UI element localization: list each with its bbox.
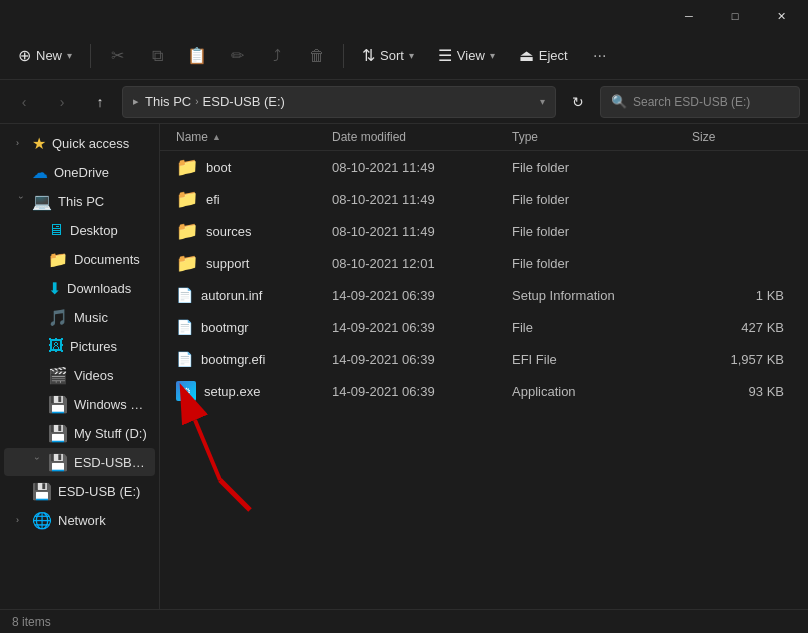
cut-button[interactable]: ✂ (99, 38, 135, 74)
file-date: 14-09-2021 06:39 (332, 352, 512, 367)
close-button[interactable]: ✕ (758, 0, 804, 32)
view-button[interactable]: ☰ View ▾ (428, 41, 505, 70)
share-button[interactable]: ⤴ (259, 38, 295, 74)
sidebar-item-this-pc[interactable]: › 💻 This PC (4, 187, 155, 215)
new-chevron-icon: ▾ (67, 50, 72, 61)
folder-icon: 📁 (176, 188, 198, 210)
sort-button[interactable]: ⇅ Sort ▾ (352, 41, 424, 70)
sidebar-item-desktop[interactable]: 🖥 Desktop (4, 216, 155, 244)
table-row[interactable]: 📁 sources 08-10-2021 11:49 File folder (160, 215, 808, 247)
table-row[interactable]: ⚙ setup.exe 14-09-2021 06:39 Application… (160, 375, 808, 407)
table-row[interactable]: 📁 support 08-10-2021 12:01 File folder (160, 247, 808, 279)
more-button[interactable]: ··· (582, 38, 618, 74)
maximize-button[interactable]: □ (712, 0, 758, 32)
copy-button[interactable]: ⧉ (139, 38, 175, 74)
minimize-button[interactable]: ─ (666, 0, 712, 32)
sidebar-item-network[interactable]: › 🌐 Network (4, 506, 155, 534)
table-row[interactable]: 📄 autorun.inf 14-09-2021 06:39 Setup Inf… (160, 279, 808, 311)
sidebar-item-quick-access[interactable]: › ★ Quick access (4, 129, 155, 157)
eject-button[interactable]: ⏏ Eject (509, 41, 578, 70)
network-icon: 🌐 (32, 511, 52, 530)
file-date: 14-09-2021 06:39 (332, 320, 512, 335)
view-chevron-icon: ▾ (490, 50, 495, 61)
file-name: sources (206, 224, 252, 239)
forward-button[interactable]: › (46, 86, 78, 118)
exe-icon: ⚙ (176, 381, 196, 401)
col-size-header[interactable]: Size (692, 130, 792, 144)
table-row[interactable]: 📄 bootmgr.efi 14-09-2021 06:39 EFI File … (160, 343, 808, 375)
search-placeholder: Search ESD-USB (E:) (633, 95, 750, 109)
sidebar-item-videos[interactable]: 🎬 Videos (4, 361, 155, 389)
sidebar-item-mystuff-d[interactable]: 💾 My Stuff (D:) (4, 419, 155, 447)
col-name-header[interactable]: Name ▲ (176, 130, 332, 144)
sidebar-item-esdusbE1[interactable]: › 💾 ESD-USB (E:) (4, 448, 155, 476)
this-pc-label: This PC (58, 194, 104, 209)
refresh-button[interactable]: ↻ (562, 86, 594, 118)
file-date: 08-10-2021 12:01 (332, 256, 512, 271)
usb-drive-e2-icon: 💾 (32, 482, 52, 501)
up-button[interactable]: ↑ (84, 86, 116, 118)
sidebar-item-music[interactable]: 🎵 Music (4, 303, 155, 331)
back-button[interactable]: ‹ (8, 86, 40, 118)
paste-button[interactable]: 📋 (179, 38, 215, 74)
sidebar-item-pictures[interactable]: 🖼 Pictures (4, 332, 155, 360)
file-name: efi (206, 192, 220, 207)
col-date-header[interactable]: Date modified (332, 130, 512, 144)
path-parts: This PC › ESD-USB (E:) (145, 94, 534, 109)
inf-icon: 📄 (176, 287, 193, 303)
crumb-separator: › (195, 96, 198, 107)
pictures-icon: 🖼 (48, 337, 64, 355)
separator-2 (343, 44, 344, 68)
documents-label: Documents (74, 252, 140, 267)
sidebar-item-documents[interactable]: 📁 Documents (4, 245, 155, 273)
sort-chevron-icon: ▾ (409, 50, 414, 61)
sidebar-item-esdusbE2[interactable]: 💾 ESD-USB (E:) (4, 477, 155, 505)
file-name: autorun.inf (201, 288, 262, 303)
col-type-header[interactable]: Type (512, 130, 692, 144)
this-pc-crumb[interactable]: This PC (145, 94, 191, 109)
file-name-cell: ⚙ setup.exe (176, 381, 332, 401)
title-bar: ─ □ ✕ (0, 0, 808, 32)
file-list-header: Name ▲ Date modified Type Size (160, 124, 808, 151)
mystuff-d-label: My Stuff (D:) (74, 426, 147, 441)
sidebar-item-windows-c[interactable]: 💾 Windows (C:) (4, 390, 155, 418)
network-expand-icon: › (16, 515, 26, 525)
separator-1 (90, 44, 91, 68)
sidebar-item-onedrive[interactable]: ☁ OneDrive (4, 158, 155, 186)
pictures-label: Pictures (70, 339, 117, 354)
efi-icon: 📄 (176, 351, 193, 367)
file-area: Name ▲ Date modified Type Size 📁 boot 08… (160, 124, 808, 633)
file-type: File (512, 320, 692, 335)
drive-c-icon: 💾 (48, 395, 68, 414)
file-date: 14-09-2021 06:39 (332, 288, 512, 303)
quick-access-expand-icon: › (16, 138, 26, 148)
address-bar[interactable]: ▸ This PC › ESD-USB (E:) ▾ (122, 86, 556, 118)
file-type: Application (512, 384, 692, 399)
file-type: File folder (512, 192, 692, 207)
table-row[interactable]: 📁 boot 08-10-2021 11:49 File folder (160, 151, 808, 183)
rename-button[interactable]: ✏ (219, 38, 255, 74)
file-name: boot (206, 160, 231, 175)
delete-button[interactable]: 🗑 (299, 38, 335, 74)
sidebar-item-downloads[interactable]: ⬇ Downloads (4, 274, 155, 302)
network-label: Network (58, 513, 106, 528)
table-row[interactable]: 📄 bootmgr 14-09-2021 06:39 File 427 KB (160, 311, 808, 343)
file-date: 14-09-2021 06:39 (332, 384, 512, 399)
esdusbE1-label: ESD-USB (E:) (74, 455, 147, 470)
file-size: 1 KB (692, 288, 792, 303)
file-type: EFI File (512, 352, 692, 367)
search-bar[interactable]: 🔍 Search ESD-USB (E:) (600, 86, 800, 118)
file-type: File folder (512, 160, 692, 175)
table-row[interactable]: 📁 efi 08-10-2021 11:49 File folder (160, 183, 808, 215)
file-name: bootmgr.efi (201, 352, 265, 367)
main-layout: › ★ Quick access ☁ OneDrive › 💻 This PC … (0, 124, 808, 633)
file-name-cell: 📁 boot (176, 156, 332, 178)
address-expand-icon: ▸ (133, 95, 139, 108)
file-size: 1,957 KB (692, 352, 792, 367)
file-name-cell: 📄 bootmgr.efi (176, 351, 332, 367)
esdusbE1-expand-icon: › (32, 457, 42, 467)
file-name-cell: 📁 sources (176, 220, 332, 242)
address-dropdown-icon[interactable]: ▾ (540, 96, 545, 107)
drive-crumb[interactable]: ESD-USB (E:) (203, 94, 285, 109)
new-button[interactable]: ⊕ New ▾ (8, 41, 82, 70)
